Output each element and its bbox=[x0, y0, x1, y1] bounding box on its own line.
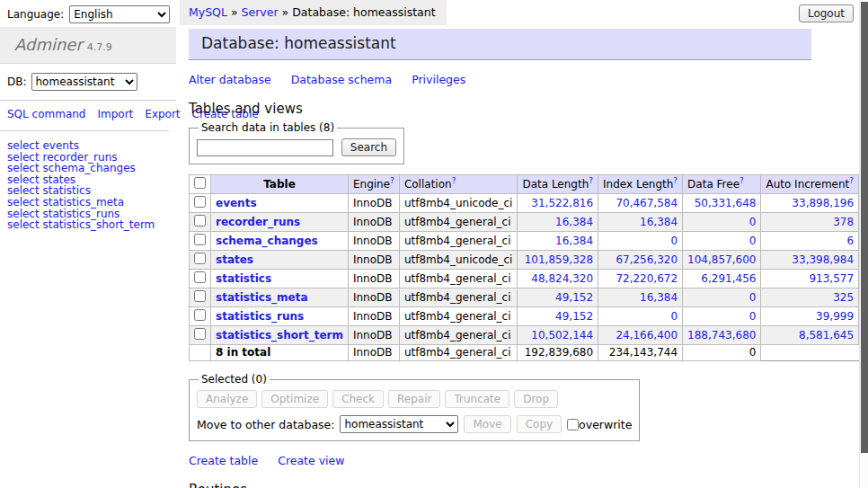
table-link-schema-changes[interactable]: schema_changes bbox=[216, 235, 318, 247]
table-link-events[interactable]: events bbox=[216, 197, 257, 209]
states-data-length-link[interactable]: 101,859,328 bbox=[525, 253, 593, 266]
row-checkbox-statistics-runs[interactable] bbox=[194, 309, 206, 321]
scrollbar-thumb[interactable] bbox=[861, 2, 868, 453]
events-data-length-link[interactable]: 31,522,816 bbox=[531, 197, 593, 209]
link-select-statistics-short-term[interactable]: select statistics_short_term bbox=[7, 219, 169, 231]
statistics-meta-data-free-link[interactable]: 0 bbox=[749, 291, 757, 304]
app-header: Adminer4.7.9 bbox=[0, 27, 176, 64]
statistics-data-free-link[interactable]: 6,291,456 bbox=[701, 272, 756, 285]
breadcrumb-server-link[interactable]: Server bbox=[242, 5, 279, 19]
move-button[interactable]: Move bbox=[464, 415, 510, 433]
statistics-runs-data-free-link[interactable]: 0 bbox=[749, 310, 757, 323]
row-checkbox-statistics-short-term[interactable] bbox=[194, 328, 206, 340]
help-data-length-icon[interactable]: ? bbox=[589, 176, 593, 185]
link-select-statistics-meta[interactable]: select statistics_meta bbox=[7, 197, 169, 209]
repair-button[interactable]: Repair bbox=[388, 390, 440, 408]
help-index-length-icon[interactable]: ? bbox=[673, 176, 678, 185]
recorder-runs-index-length-link[interactable]: 16,384 bbox=[640, 216, 678, 228]
help-auto-increment-icon[interactable]: ? bbox=[849, 176, 854, 185]
states-auto-increment-link[interactable]: 33,398,984 bbox=[792, 253, 854, 266]
logout-button[interactable]: Logout bbox=[799, 4, 854, 22]
recorder-runs-data-free-link[interactable]: 0 bbox=[749, 216, 757, 228]
statistics-short-term-data-free-link[interactable]: 188,743,680 bbox=[687, 329, 756, 342]
truncate-button[interactable]: Truncate bbox=[445, 390, 509, 408]
help-engine-icon[interactable]: ? bbox=[390, 176, 394, 185]
link-create-view[interactable]: Create view bbox=[278, 454, 344, 467]
language-select[interactable]: English bbox=[69, 5, 170, 23]
statistics-short-term-auto-increment-link[interactable]: 8,581,645 bbox=[799, 329, 854, 342]
vertical-scrollbar[interactable] bbox=[859, 0, 868, 488]
table-link-states[interactable]: states bbox=[216, 253, 253, 266]
row-checkbox-schema-changes[interactable] bbox=[194, 234, 206, 245]
statistics-index-length-link[interactable]: 72,220,672 bbox=[616, 272, 678, 285]
states-index-length-link[interactable]: 67,256,320 bbox=[616, 253, 678, 266]
breadcrumb-mysql-link[interactable]: MySQL bbox=[189, 5, 227, 19]
statistics-runs-index-length-link[interactable]: 0 bbox=[670, 310, 678, 323]
check-button[interactable]: Check bbox=[332, 390, 384, 408]
events-auto-increment-link[interactable]: 33,898,196 bbox=[792, 197, 854, 209]
statistics-short-term-index-length-link[interactable]: 24,166,400 bbox=[616, 329, 678, 342]
link-sql-command[interactable]: SQL command bbox=[7, 108, 85, 120]
recorder-runs-auto-increment-link[interactable]: 378 bbox=[833, 216, 854, 228]
copy-button[interactable]: Copy bbox=[517, 415, 562, 433]
row-checkbox-statistics[interactable] bbox=[194, 271, 206, 283]
move-database-select[interactable]: homeassistant bbox=[340, 415, 458, 433]
tables-list: TableEngine?Collation?Data Length?Index … bbox=[189, 174, 868, 361]
statistics-meta-auto-increment-link[interactable]: 325 bbox=[833, 291, 854, 304]
row-checkbox-states[interactable] bbox=[194, 253, 206, 264]
row-checkbox-statistics-meta[interactable] bbox=[194, 290, 206, 302]
table-total-row: 8 in total InnoDB utf8mb4_general_ci 192… bbox=[190, 345, 868, 361]
schema-changes-index-length-link[interactable]: 0 bbox=[670, 235, 678, 247]
table-row-events: eventsInnoDButf8mb4_unicode_ci31,522,816… bbox=[190, 194, 868, 213]
events-index-length-link[interactable]: 70,467,584 bbox=[616, 197, 678, 209]
routines-heading: Routines bbox=[189, 482, 811, 488]
row-checkbox-events[interactable] bbox=[194, 196, 206, 208]
optimize-button[interactable]: Optimize bbox=[261, 390, 328, 408]
help-data-free-icon[interactable]: ? bbox=[740, 176, 744, 185]
table-header-row: TableEngine?Collation?Data Length?Index … bbox=[190, 175, 868, 194]
schema-changes-data-free-link[interactable]: 0 bbox=[749, 235, 757, 247]
link-privileges[interactable]: Privileges bbox=[412, 73, 465, 86]
link-database-schema[interactable]: Database schema bbox=[291, 73, 392, 86]
table-link-recorder-runs[interactable]: recorder_runs bbox=[216, 216, 300, 228]
table-link-statistics-short-term[interactable]: statistics_short_term bbox=[216, 329, 343, 342]
recorder-runs-collation: utf8mb4_general_ci bbox=[399, 213, 518, 232]
col-header-engine: Engine? bbox=[348, 175, 399, 194]
overwrite-checkbox[interactable] bbox=[567, 419, 579, 430]
select-all-checkbox[interactable] bbox=[194, 177, 206, 189]
statistics-data-length-link[interactable]: 48,824,320 bbox=[531, 272, 593, 285]
db-select[interactable]: homeassistant bbox=[31, 73, 137, 91]
statistics-meta-index-length-link[interactable]: 16,384 bbox=[640, 291, 678, 304]
statistics-runs-auto-increment-link[interactable]: 39,999 bbox=[816, 310, 854, 323]
statistics-runs-data-length-link[interactable]: 49,152 bbox=[555, 310, 593, 323]
table-link-statistics-runs[interactable]: statistics_runs bbox=[216, 310, 304, 323]
statistics-short-term-collation: utf8mb4_general_ci bbox=[399, 326, 518, 345]
app-name[interactable]: Adminer bbox=[14, 35, 83, 54]
drop-button[interactable]: Drop bbox=[514, 390, 558, 408]
statistics-meta-data-length-link[interactable]: 49,152 bbox=[555, 291, 593, 304]
row-checkbox-recorder-runs[interactable] bbox=[194, 215, 206, 226]
schema-changes-auto-increment-link[interactable]: 6 bbox=[846, 235, 854, 247]
app-version: 4.7.9 bbox=[87, 41, 112, 53]
statistics-auto-increment-link[interactable]: 913,577 bbox=[809, 272, 854, 285]
link-select-events[interactable]: select events bbox=[7, 140, 169, 152]
states-engine: InnoDB bbox=[348, 251, 399, 270]
link-create-table[interactable]: Create table bbox=[189, 454, 258, 467]
analyze-button[interactable]: Analyze bbox=[197, 390, 257, 408]
table-link-statistics[interactable]: statistics bbox=[216, 272, 271, 285]
recorder-runs-data-length-link[interactable]: 16,384 bbox=[555, 216, 593, 228]
help-collation-icon[interactable]: ? bbox=[452, 176, 456, 185]
events-data-free-link[interactable]: 50,331,648 bbox=[695, 197, 757, 209]
link-import[interactable]: Import bbox=[97, 108, 133, 120]
schema-changes-data-length-link[interactable]: 16,384 bbox=[555, 235, 593, 247]
total-engine: InnoDB bbox=[348, 345, 399, 361]
search-input[interactable] bbox=[197, 139, 333, 156]
link-select-schema-changes[interactable]: select schema_changes bbox=[7, 163, 169, 174]
statistics-short-term-data-length-link[interactable]: 10,502,144 bbox=[531, 329, 593, 342]
table-link-statistics-meta[interactable]: statistics_meta bbox=[216, 291, 308, 304]
main-content: Database: homeassistant Alter databaseDa… bbox=[189, 29, 811, 488]
link-export[interactable]: Export bbox=[145, 108, 180, 120]
link-alter-database[interactable]: Alter database bbox=[189, 73, 271, 86]
search-button[interactable]: Search bbox=[341, 138, 396, 156]
states-data-free-link[interactable]: 104,857,600 bbox=[687, 253, 756, 266]
